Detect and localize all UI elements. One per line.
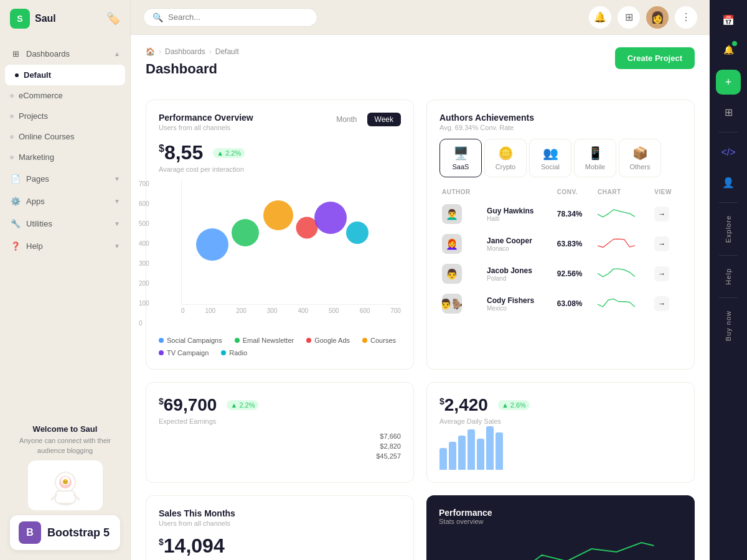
author-avatar-cell: 👨‍🦫 — [439, 289, 484, 319]
author-chart-cell — [595, 289, 652, 319]
settings-icon[interactable]: ⊞ — [618, 6, 640, 29]
th-conv: CONV. — [555, 185, 595, 199]
legend-item: TV Campaign — [159, 349, 209, 357]
sales-month-card: Sales This Months Users from all channel… — [146, 495, 414, 560]
author-country: Monaco — [487, 245, 552, 252]
user-icon[interactable]: 👤 — [716, 170, 741, 195]
sidebar-item-help[interactable]: ❓ Help ▼ — [0, 235, 130, 257]
sales-month-value: $14,094 — [159, 534, 225, 558]
tab-week[interactable]: Week — [367, 113, 401, 126]
create-project-button[interactable]: Create Project — [615, 47, 695, 69]
sidebar-item-default[interactable]: Default — [5, 65, 125, 85]
author-tab-crypto[interactable]: 🪙Crypto — [484, 139, 527, 177]
sidebar-emoji: 🏷️ — [106, 12, 120, 26]
nav-dot — [10, 114, 14, 118]
nav-dot — [10, 135, 14, 139]
sidebar-item-label: eCommerce — [19, 91, 63, 100]
pages-icon: 📄 — [10, 173, 21, 184]
th-chart: CHART — [595, 185, 652, 199]
daily-sales-label: Average Daily Sales — [439, 418, 682, 425]
svg-rect-2 — [55, 491, 75, 503]
chevron-icon: ▼ — [114, 243, 120, 250]
legend-item: Social Campaigns — [159, 337, 222, 344]
author-conv: 78.34% — [557, 210, 583, 218]
earnings-bar-row: $7,660 — [159, 432, 401, 440]
author-avatar-cell: 👨 — [439, 259, 484, 289]
explore-label[interactable]: Explore — [725, 210, 732, 248]
notification-bell-icon[interactable]: 🔔 — [716, 37, 741, 62]
sidebar: S Saul 🏷️ ⊞ Dashboards ▲ Default eCommer… — [0, 0, 131, 560]
sidebar-item-marketing[interactable]: Marketing — [0, 147, 130, 167]
search-box[interactable]: 🔍 — [143, 8, 317, 27]
sidebar-item-label: Online Courses — [19, 132, 75, 141]
author-name-cell: Jacob Jones Poland — [484, 259, 555, 289]
author-conv-cell: 63.08% — [555, 289, 595, 319]
sidebar-item-label: Default — [24, 70, 51, 80]
author-tab-saas[interactable]: 🖥️SaaS — [439, 139, 482, 177]
sidebar-item-pages[interactable]: 📄 Pages ▼ — [0, 167, 130, 190]
menu-icon[interactable]: ⋮ — [675, 6, 697, 29]
sidebar-item-online-courses[interactable]: Online Courses — [0, 126, 130, 147]
daily-sales-badge: ▲ 2.6% — [498, 400, 530, 410]
active-dot — [15, 73, 19, 77]
chevron-icon: ▼ — [114, 198, 120, 205]
author-mini-chart — [598, 296, 635, 310]
sidebar-item-dashboards[interactable]: ⊞ Dashboards ▲ — [0, 42, 130, 65]
chevron-icon: ▼ — [114, 220, 120, 227]
sidebar-item-label: Marketing — [19, 152, 54, 162]
performance-badge: ▲ 2.2% — [213, 148, 245, 158]
author-avatar: 👩‍🦰 — [442, 234, 462, 254]
author-view-btn[interactable]: → — [654, 207, 669, 222]
sidebar-item-apps[interactable]: ⚙️ Apps ▼ — [0, 190, 130, 212]
author-avatar-cell: 👨‍🦱 — [439, 199, 484, 229]
page-title: Dashboard — [146, 61, 239, 77]
performance-price-label: Avarage cost per interaction — [159, 166, 401, 173]
author-name: Jacob Jones — [487, 266, 552, 275]
legend-item: Google Ads — [306, 337, 350, 344]
author-view-btn[interactable]: → — [654, 236, 669, 251]
earnings-label: Expected Earnings — [159, 418, 401, 425]
search-input[interactable] — [168, 12, 308, 22]
chevron-icon: ▼ — [114, 175, 120, 182]
daily-sales-value: $2,420 — [439, 395, 488, 415]
notifications-icon[interactable]: 🔔 — [589, 6, 611, 29]
performance-header: Performance Overview Users from all chan… — [159, 113, 401, 131]
authors-title: Authors Achievements — [439, 113, 682, 123]
sidebar-item-utilities[interactable]: 🔧 Utilities ▼ — [0, 212, 130, 235]
author-conv-cell: 78.34% — [555, 199, 595, 229]
author-tab-social[interactable]: 👥Social — [529, 139, 571, 177]
sidebar-item-ecommerce[interactable]: eCommerce — [0, 85, 130, 106]
author-conv: 63.08% — [557, 299, 583, 308]
chart-legend: Social CampaignsEmail NewsletterGoogle A… — [159, 337, 401, 357]
avatar[interactable]: 👩 — [646, 6, 669, 29]
earnings-badge: ▲ 2.2% — [227, 400, 258, 410]
add-button[interactable]: + — [716, 70, 741, 95]
y-axis: 7006005004003002001000 — [139, 180, 149, 327]
sidebar-item-label: Pages — [26, 174, 49, 184]
breadcrumb-home-icon: 🏠 — [146, 47, 155, 56]
tab-month[interactable]: Month — [329, 113, 364, 126]
sidebar-item-projects[interactable]: Projects — [0, 106, 130, 126]
svg-text:😊: 😊 — [62, 478, 68, 485]
code-icon[interactable]: </> — [716, 140, 741, 165]
help-label[interactable]: Help — [725, 263, 732, 290]
author-view-btn[interactable]: → — [654, 266, 669, 281]
author-view-btn[interactable]: → — [654, 296, 669, 311]
author-name-cell: Jane Cooper Monaco — [484, 229, 555, 259]
bootstrap-label: Bootstrap 5 — [47, 526, 110, 539]
author-country: Mexico — [487, 305, 552, 312]
calendar-icon[interactable]: 📅 — [716, 7, 741, 32]
author-tab-mobile[interactable]: 📱Mobile — [574, 139, 616, 177]
grid-icon[interactable]: ⊞ — [716, 100, 741, 124]
main-area: 🔍 🔔 ⊞ 👩 ⋮ 🏠 › Dashboards › Default Dashb… — [131, 0, 710, 560]
daily-bar — [477, 439, 484, 470]
sidebar-item-label: Apps — [26, 197, 45, 206]
th-author: AUTHOR — [439, 185, 484, 199]
sales-month-title: Sales This Months — [159, 508, 401, 518]
author-chart-cell — [595, 199, 652, 229]
buy-now-label[interactable]: Buy now — [725, 306, 732, 346]
author-tab-others[interactable]: 📦Others — [619, 139, 661, 177]
legend-item: Radio — [221, 349, 247, 357]
nav-dot — [10, 156, 14, 159]
legend-item: Email Newsletter — [235, 337, 294, 344]
